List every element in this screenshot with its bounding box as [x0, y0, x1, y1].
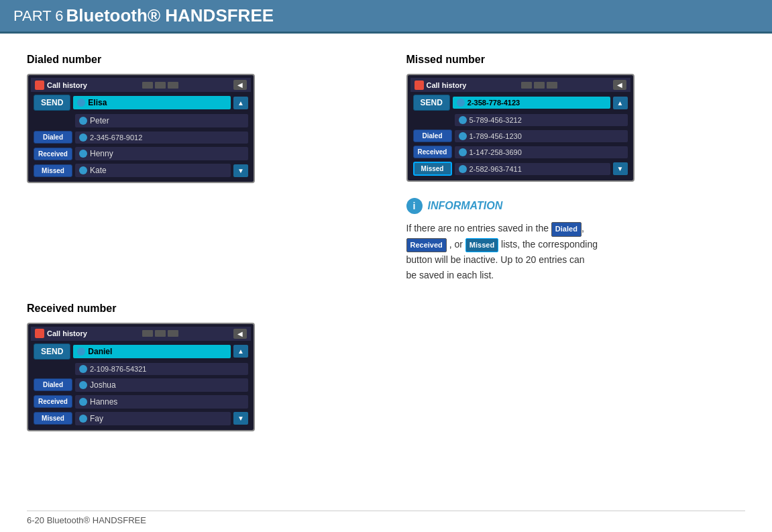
highlighted-contact: Daniel: [73, 345, 231, 358]
number-row-2: 5-789-456-3212: [410, 113, 630, 127]
received-row: Received Henny: [31, 146, 251, 162]
scroll-down-button[interactable]: ▼: [613, 162, 628, 175]
inline-received-btn: Received: [406, 238, 447, 253]
dialed-category-button[interactable]: Dialed: [413, 129, 452, 142]
screen-app-icon: [415, 81, 424, 90]
peter-row: Peter: [31, 113, 251, 129]
scroll-up-button[interactable]: ▲: [233, 345, 248, 358]
signal-icon: [534, 82, 545, 89]
received-number-row: 2-109-876-54321: [31, 362, 251, 376]
number-icon: [459, 165, 467, 173]
signal-icon: [155, 82, 166, 89]
number-icon: [79, 365, 87, 373]
contact-icon: [77, 348, 85, 356]
page-title: Bluetooth® HANDSFREE: [66, 5, 274, 26]
dialed-number-row: Dialed 2-345-678-9012: [31, 129, 251, 145]
missed-category-button[interactable]: Missed: [413, 162, 452, 176]
battery-icon: [142, 82, 153, 89]
inline-dialed-btn: Dialed: [551, 222, 582, 237]
page-footer: 6-20 Bluetooth® HANDSFREE: [27, 511, 745, 525]
scroll-up-button[interactable]: ▲: [613, 97, 628, 109]
bt-icon: [168, 330, 178, 337]
battery-icon: [521, 82, 532, 89]
received-titlebar: Call history ◀: [31, 327, 251, 341]
info-icon: i: [406, 198, 423, 214]
highlighted-contact-name: Elisa: [88, 98, 107, 107]
dialed-label: Dialed number: [27, 54, 366, 66]
info-title: INFORMATION: [428, 200, 503, 212]
missed-titlebar: Call history ◀: [410, 78, 630, 92]
missed-missed-row: Missed 2-582-963-7411 ▼: [410, 160, 630, 177]
send-button[interactable]: SEND: [34, 343, 70, 360]
missed-section: Missed number Call history ◀ SEND: [406, 54, 746, 282]
dialed-screen-title: Call history: [47, 81, 87, 89]
info-box: i INFORMATION If there are no entries sa…: [406, 198, 746, 282]
contact-icon: [77, 99, 85, 107]
received-category-button[interactable]: Received: [34, 395, 72, 408]
contact-icon: [79, 166, 87, 174]
bt-icon: [168, 82, 178, 89]
screen-app-icon: [35, 329, 44, 338]
battery-icon: [142, 330, 153, 337]
part-label: PART 6: [13, 7, 64, 25]
received-section: Received number Call history ◀ SEND: [27, 303, 366, 431]
dialed-send-row: SEND Elisa ▲: [31, 93, 251, 112]
scroll-up-button[interactable]: ▲: [233, 97, 248, 109]
received-screen: Call history ◀ SEND Daniel ▲: [27, 323, 255, 431]
received-send-row: SEND Daniel ▲: [31, 342, 251, 361]
number-icon: [459, 132, 467, 140]
bottom-right-empty: [406, 303, 746, 431]
highlighted-number: 2-358-778-4123: [453, 97, 610, 109]
received-screen-title: Call history: [47, 329, 87, 337]
missed-send-row: SEND 2-358-778-4123 ▲: [410, 93, 630, 112]
missed-category-button[interactable]: Missed: [34, 164, 72, 177]
screen-app-icon: [35, 81, 44, 90]
received-label: Received number: [27, 303, 366, 315]
dialed-screen: Call history ◀ SEND Elisa ▲: [27, 74, 255, 183]
number-icon: [457, 99, 465, 107]
contact-icon: [79, 381, 87, 389]
main-content: Dialed number Call history ◀ SEND: [0, 34, 772, 451]
screen-back-button[interactable]: ◀: [233, 80, 247, 90]
scroll-down-button[interactable]: ▼: [233, 412, 248, 425]
missed-category-button[interactable]: Missed: [34, 412, 72, 425]
missed-screen-title: Call history: [427, 81, 467, 89]
send-button[interactable]: SEND: [413, 95, 450, 111]
received-missed-row: Missed Fay ▼: [31, 411, 251, 427]
number-icon: [459, 148, 467, 156]
number-icon: [79, 134, 87, 142]
received-category-button[interactable]: Received: [413, 146, 452, 158]
dialed-section: Dialed number Call history ◀ SEND: [27, 54, 366, 282]
dialed-titlebar: Call history ◀: [31, 78, 251, 92]
dialed-category-button[interactable]: Dialed: [34, 131, 72, 144]
info-text: If there are no entries saved in the Dia…: [406, 221, 746, 282]
missed-dialed-row: Dialed 1-789-456-1230: [410, 128, 630, 144]
footer-text: 6-20 Bluetooth® HANDSFREE: [27, 515, 146, 525]
received-category-button[interactable]: Received: [34, 148, 72, 160]
screen-back-button[interactable]: ◀: [613, 80, 626, 90]
missed-label: Missed number: [406, 54, 746, 66]
received-received-row: Received Hannes: [31, 394, 251, 410]
contact-icon: [79, 150, 87, 158]
inline-missed-btn: Missed: [465, 238, 498, 253]
send-button[interactable]: SEND: [34, 95, 70, 111]
missed-screen: Call history ◀ SEND 2-358-778-4123 ▲: [406, 74, 635, 182]
number-icon: [459, 116, 467, 124]
contact-icon: [79, 117, 87, 125]
scroll-down-button[interactable]: ▼: [233, 164, 248, 177]
received-dialed-row: Dialed Joshua: [31, 377, 251, 393]
highlighted-contact-name: Daniel: [88, 347, 112, 356]
contact-icon: [79, 398, 87, 406]
missed-row: Missed Kate ▼: [31, 162, 251, 178]
info-header: i INFORMATION: [406, 198, 746, 214]
highlighted-number-text: 2-358-778-4123: [467, 99, 520, 107]
highlighted-contact: Elisa: [73, 96, 231, 109]
dialed-category-button[interactable]: Dialed: [34, 378, 72, 391]
bt-icon: [547, 82, 557, 89]
missed-received-row: Received 1-147-258-3690: [410, 144, 630, 160]
signal-icon: [155, 330, 166, 337]
contact-icon: [79, 415, 87, 423]
screen-back-button[interactable]: ◀: [233, 329, 247, 339]
page-header: PART 6 Bluetooth® HANDSFREE: [0, 0, 772, 34]
